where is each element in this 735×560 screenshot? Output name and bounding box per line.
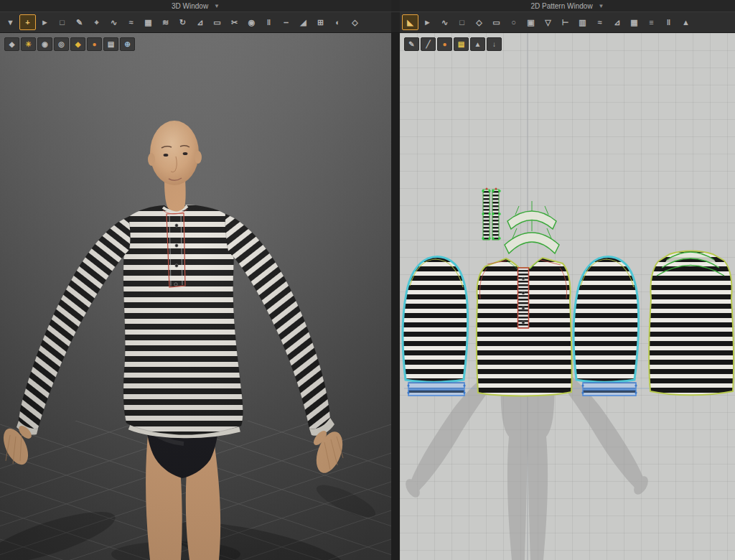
pin-tool-icon[interactable]: ⌖ (88, 14, 105, 30)
pen-tool-icon[interactable]: ✎ (71, 14, 88, 30)
3d-viewport[interactable]: ◆✳◉◎◆●▤⊕ (0, 33, 391, 560)
title-divider (391, 0, 400, 11)
scissors-tool-icon[interactable]: ✂ (226, 14, 243, 30)
head-display-icon[interactable]: ● (437, 37, 452, 51)
3d-main-toolbar: ▼+►□✎⌖∿≈▦≋↻⊿▭✂◉‖┄◢⊞◐◇ (0, 12, 391, 32)
avatar-right-ear (195, 151, 202, 164)
avatar-gear-icon[interactable]: ✳ (21, 37, 36, 51)
2d-viewport[interactable]: ✎╱●▤▲↓ (400, 33, 735, 560)
add-point-icon[interactable]: □ (454, 14, 470, 30)
grade-icon[interactable]: ⊿ (609, 14, 625, 30)
export-icon[interactable]: ↓ (487, 37, 502, 51)
shade-tool-icon[interactable]: ◐ (329, 14, 346, 30)
internal-circle-icon[interactable]: ○ (505, 14, 522, 30)
slash-tool-icon[interactable]: ╱ (421, 37, 436, 51)
3d-window-title: 3D Window (172, 2, 208, 10)
stripe-icon[interactable]: ≡ (643, 14, 660, 30)
rectangle-icon[interactable]: ▭ (488, 14, 505, 30)
2d-view-toolbar: ✎╱●▤▲↓ (404, 37, 502, 51)
arrange-icon[interactable]: ▤ (103, 37, 118, 51)
trace-icon[interactable]: ▥ (574, 14, 591, 30)
seam-icon[interactable]: ≈ (591, 14, 608, 30)
texture-icon[interactable]: ▦ (626, 14, 642, 30)
sim-quality-icon[interactable]: ◆ (4, 37, 19, 51)
2d-window-title: 2D Pattern Window (530, 2, 592, 10)
main-toolbar-row: ▼+►□✎⌖∿≈▦≋↻⊿▭✂◉‖┄◢⊞◐◇ ◣►∿□◇▭○▣▽⊢▥≈⊿▦≡‖▲ (0, 11, 735, 33)
pleat-icon[interactable]: ‖ (660, 14, 677, 30)
wind-tool-icon[interactable]: ≋ (157, 14, 174, 30)
pattern-back-bodice[interactable] (649, 251, 734, 396)
edit-curve-icon[interactable]: ∿ (436, 14, 453, 30)
internal-rect-icon[interactable]: ▣ (523, 14, 539, 30)
dart-icon[interactable]: ▽ (540, 14, 556, 30)
stitch-tool-icon[interactable]: ┄ (278, 14, 294, 30)
fold-tool-icon[interactable]: ◢ (295, 14, 312, 30)
detail-mesh-icon[interactable]: ▦ (140, 14, 156, 30)
garment-design-app: 3D Window ▼ 2D Pattern Window ▼ ▼+►□✎⌖∿≈… (0, 0, 735, 560)
garment-3d-shirt[interactable] (17, 205, 334, 436)
avatar-left-ear (148, 153, 155, 166)
pattern-placket-strips[interactable] (482, 188, 500, 241)
gizmo-dropdown-icon[interactable]: ▼ (2, 14, 19, 30)
select-tool-icon[interactable]: ► (37, 14, 53, 30)
button-tool-icon[interactable]: ◉ (243, 14, 260, 30)
rotate-tool-icon[interactable]: ↻ (174, 14, 191, 30)
pattern-sleeve-left[interactable] (403, 257, 468, 382)
globe-icon[interactable]: ⊕ (120, 37, 135, 51)
sewing-tool-icon[interactable]: ∿ (106, 14, 122, 30)
notch-icon[interactable]: ⊢ (557, 14, 574, 30)
edit-texture-icon[interactable]: ✎ (404, 37, 419, 51)
3d-scene (0, 33, 391, 560)
free-sewing-icon[interactable]: ≈ (123, 14, 139, 30)
avatar-head-icon[interactable]: ● (87, 37, 102, 51)
transform-pattern-icon[interactable]: ◣ (402, 14, 418, 30)
pin-tag-icon[interactable]: ◆ (70, 37, 85, 51)
box-select-icon[interactable]: □ (54, 14, 70, 30)
move-tool-icon[interactable]: + (19, 14, 36, 30)
measure-tool-icon[interactable]: ⊿ (192, 14, 208, 30)
front-placket (518, 268, 529, 328)
3d-window-title-area: 3D Window ▼ (0, 0, 391, 11)
panel-divider[interactable] (391, 33, 400, 560)
edit-pattern-icon[interactable]: ► (419, 14, 436, 30)
pattern-front-bodice[interactable] (477, 258, 572, 396)
2d-window-title-area: 2D Pattern Window ▼ (400, 0, 735, 11)
3d-window-menu-arrow[interactable]: ▼ (214, 3, 220, 9)
2d-main-toolbar: ◣►∿□◇▭○▣▽⊢▥≈⊿▦≡‖▲ (400, 12, 735, 32)
show-fabric-icon[interactable]: ▤ (454, 37, 469, 51)
grid-tool-icon[interactable]: ⊞ (312, 14, 329, 30)
toolbar-divider (391, 12, 400, 32)
titlebar: 3D Window ▼ 2D Pattern Window ▼ (0, 0, 735, 11)
points-red (486, 188, 497, 190)
avatar-skin-icon[interactable]: ◎ (54, 37, 69, 51)
gem-tool-icon[interactable]: ◇ (347, 14, 363, 30)
pattern-sleeve-right[interactable] (574, 257, 639, 382)
3d-view-toolbar: ◆✳◉◎◆●▤⊕ (4, 37, 135, 51)
polygon-icon[interactable]: ◇ (471, 14, 487, 30)
garment-icon[interactable]: ▲ (678, 14, 694, 30)
2d-window-menu-arrow[interactable]: ▼ (599, 3, 604, 9)
shirt-left-sleeve[interactable] (19, 217, 131, 429)
tape-tool-icon[interactable]: ▭ (209, 14, 225, 30)
garment-silhouette-icon[interactable]: ▲ (470, 37, 485, 51)
pattern-neckband-pieces[interactable] (505, 201, 559, 253)
2d-pattern-scene (400, 33, 735, 560)
avatar-show-icon[interactable]: ◉ (37, 37, 52, 51)
avatar-head[interactable] (150, 121, 199, 185)
zipper-tool-icon[interactable]: ‖ (261, 14, 277, 30)
